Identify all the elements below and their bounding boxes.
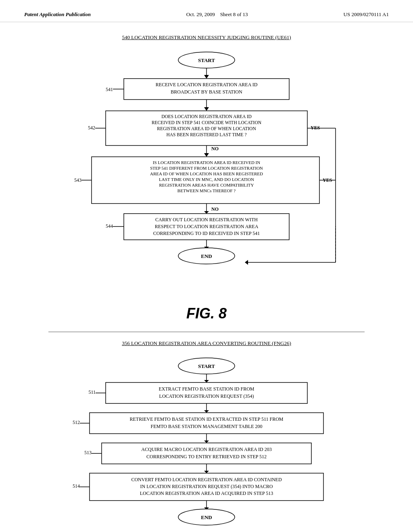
svg-text:514: 514 [73,483,80,489]
svg-text:CORRESPONDING TO ENTRY RETRIEV: CORRESPONDING TO ENTRY RETRIEVED IN STEP… [146,454,267,459]
svg-text:FEMTO BASE STATION MANAGEMENT : FEMTO BASE STATION MANAGEMENT TABLE 200 [150,424,262,429]
svg-text:END: END [201,514,212,520]
header-date: Oct. 29, 2009 Sheet 8 of 13 [186,11,248,18]
header-patent-number: US 2009/0270111 A1 [344,11,389,18]
svg-text:RECEIVE LOCATION REGISTRATION : RECEIVE LOCATION REGISTRATION AREA ID [156,82,258,87]
svg-text:LOCATION REGISTRATION AREA ID : LOCATION REGISTRATION AREA ID ACQUIRED I… [140,490,273,496]
svg-text:NO: NO [211,206,219,212]
svg-text:AREA ID OF WHEN LOCATION HAS B: AREA ID OF WHEN LOCATION HAS BEEN REGIST… [150,171,263,176]
svg-marker-61 [204,410,209,413]
svg-marker-75 [204,471,209,473]
svg-text:RETRIEVE FEMTO BASE STATION ID: RETRIEVE FEMTO BASE STATION ID EXTRACTED… [130,416,284,422]
svg-text:CORRESPONDING TO ID RECEIVED I: CORRESPONDING TO ID RECEIVED IN STEP 541 [153,231,260,236]
svg-text:ACQUIRE MACRO LOCATION REGISTR: ACQUIRE MACRO LOCATION REGISTRATION AREA… [141,447,271,452]
svg-text:START: START [198,57,215,63]
svg-text:BETWEEN MNCs THEREOF ?: BETWEEN MNCs THEREOF ? [177,188,236,193]
fig9-flowchart: START EXTRACT FEMTO BASE STATION ID FROM… [65,355,348,532]
svg-marker-68 [204,441,209,443]
page-header: Patent Application Publication Oct. 29, … [0,0,413,22]
svg-text:BROADCAST BY BASE STATION: BROADCAST BY BASE STATION [171,89,242,95]
svg-text:IN LOCATION REGISTRATION REQUE: IN LOCATION REGISTRATION REQUEST (354) I… [140,484,273,489]
svg-text:RESPECT TO LOCATION REGISTRATI: RESPECT TO LOCATION REGISTRATION AREA [155,224,259,229]
svg-text:LOCATION REGISTRATION REQUEST : LOCATION REGISTRATION REQUEST (354) [159,393,254,399]
svg-text:543: 543 [74,177,81,183]
fig8-title: 540 LOCATION REGISTRATION NECESSITY JUDG… [24,34,389,41]
svg-marker-22 [245,260,248,265]
svg-text:541: 541 [106,87,113,92]
header-publication-label: Patent Application Publication [24,11,91,18]
svg-text:511: 511 [88,389,96,395]
svg-marker-3 [204,75,209,79]
svg-text:513: 513 [84,450,92,455]
svg-text:NO: NO [211,146,219,152]
svg-marker-10 [204,107,209,111]
svg-rect-55 [106,382,307,403]
svg-text:DOES LOCATION REGISTRATION ARE: DOES LOCATION REGISTRATION AREA ID [161,114,252,119]
section-divider [48,332,365,332]
svg-text:YES: YES [311,125,320,131]
svg-text:HAS BEEN REGISTERED LAST TIME : HAS BEEN REGISTERED LAST TIME ? [166,132,246,137]
svg-marker-25 [204,153,209,157]
svg-text:CONVERT FEMTO LOCATION REGISTR: CONVERT FEMTO LOCATION REGISTRATION AREA… [131,477,282,482]
svg-text:512: 512 [73,420,80,425]
svg-text:IS LOCATION REGISTRATION AREA : IS LOCATION REGISTRATION AREA ID RECEIVE… [153,160,260,165]
svg-text:EXTRACT FEMTO BASE STATION ID : EXTRACT FEMTO BASE STATION ID FROM [159,386,254,392]
svg-text:STEP 541 DIFFERENT FROM LOCATI: STEP 541 DIFFERENT FROM LOCATION REGISTR… [150,166,263,170]
svg-text:LAST TIME ONLY IN MNC, AND DO : LAST TIME ONLY IN MNC, AND DO LOCATION [159,177,254,182]
svg-text:REGISTRATION AREAS HAVE COMPAT: REGISTRATION AREAS HAVE COMPATIBILITY [159,183,254,187]
fig9-title: 356 LOCATION REGISTRATION AREA CONVERTIN… [24,340,389,347]
svg-text:RECEIVED IN STEP 541 COINCIDE : RECEIVED IN STEP 541 COINCIDE WITH LOCAT… [152,120,262,125]
svg-text:START: START [198,363,215,369]
svg-rect-69 [102,443,311,464]
svg-text:CARRY OUT LOCATION REGISTRATIO: CARRY OUT LOCATION REGISTRATION WITH [155,217,258,222]
svg-text:542: 542 [88,125,95,131]
fig8-flowchart: START RECEIVE LOCATION REGISTRATION AREA… [53,49,360,299]
fig8-caption: FIG. 8 [24,305,389,322]
page-content: 540 LOCATION REGISTRATION NECESSITY JUDG… [0,22,413,532]
svg-marker-54 [204,380,209,382]
svg-marker-39 [204,211,209,214]
svg-text:END: END [201,253,212,259]
svg-text:544: 544 [106,223,113,229]
svg-text:REGISTRATION AREA ID OF WHEN L: REGISTRATION AREA ID OF WHEN LOCATION [157,126,256,131]
svg-rect-62 [90,413,323,434]
